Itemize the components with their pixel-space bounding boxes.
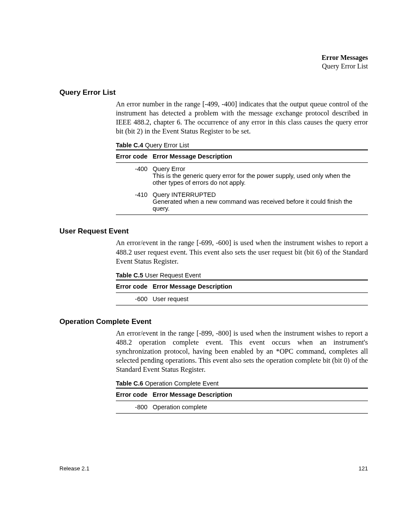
desc-title: Query Error [153, 165, 365, 172]
section-paragraph-op: An error/event in the range [-899, -800]… [59, 329, 368, 374]
section-paragraph-user: An error/event in the range [-699, -600]… [59, 238, 368, 265]
desc-title: Operation complete [153, 404, 365, 411]
table-header-row: Error code Error Message Description [116, 280, 368, 293]
cell-description: Query Error This is the generic query er… [153, 163, 368, 189]
page-footer: Release 2.1 121 [59, 465, 368, 472]
table-header-row: Error code Error Message Description [116, 388, 368, 401]
table-header-row: Error code Error Message Description [116, 150, 368, 163]
section-paragraph-query: An error number in the range [-499, -400… [59, 100, 368, 136]
table-caption-text: Operation Complete Event [145, 380, 218, 387]
col-header-description: Error Message Description [153, 388, 368, 401]
section-heading-user: User Request Event [59, 227, 368, 236]
desc-body: Generated when a new command was receive… [153, 198, 365, 212]
desc-title: Query INTERRUPTED [153, 191, 365, 198]
footer-page-number: 121 [358, 465, 368, 472]
table-op: Error code Error Message Description -80… [116, 388, 368, 414]
table-query: Error code Error Message Description -40… [116, 149, 368, 215]
col-header-error-code: Error code [116, 388, 153, 401]
page: Error Messages Query Error List Query Er… [0, 0, 411, 532]
table-caption-query: Table C.4 Query Error List [59, 142, 368, 149]
table-label: Table C.4 [116, 142, 143, 149]
col-header-error-code: Error code [116, 150, 153, 163]
table-row: -600 User request [116, 292, 368, 305]
header-title: Error Messages [59, 54, 368, 62]
cell-description: Query INTERRUPTED Generated when a new c… [153, 189, 368, 215]
cell-error-code: -600 [116, 292, 153, 305]
cell-description: Operation complete [153, 401, 368, 414]
desc-title: User request [153, 296, 365, 302]
header-subtitle: Query Error List [59, 62, 368, 70]
table-row: -400 Query Error This is the generic que… [116, 163, 368, 189]
table-caption-user: Table C.5 User Request Event [59, 272, 368, 279]
section-heading-op: Operation Complete Event [59, 317, 368, 326]
col-header-description: Error Message Description [153, 150, 368, 163]
section-heading-query: Query Error List [59, 88, 368, 97]
cell-error-code: -410 [116, 189, 153, 215]
desc-body: This is the generic query error for the … [153, 172, 365, 186]
table-caption-op: Table C.6 Operation Complete Event [59, 380, 368, 387]
page-header: Error Messages Query Error List [59, 54, 368, 70]
col-header-error-code: Error code [116, 280, 153, 293]
table-label: Table C.5 [116, 272, 143, 279]
cell-description: User request [153, 292, 368, 305]
col-header-description: Error Message Description [153, 280, 368, 293]
cell-error-code: -800 [116, 401, 153, 414]
table-row: -800 Operation complete [116, 401, 368, 414]
table-caption-text: Query Error List [145, 142, 189, 149]
table-row: -410 Query INTERRUPTED Generated when a … [116, 189, 368, 215]
table-caption-text: User Request Event [145, 272, 201, 279]
table-user: Error code Error Message Description -60… [116, 280, 368, 305]
cell-error-code: -400 [116, 163, 153, 189]
footer-release: Release 2.1 [59, 465, 89, 472]
table-label: Table C.6 [116, 380, 143, 387]
